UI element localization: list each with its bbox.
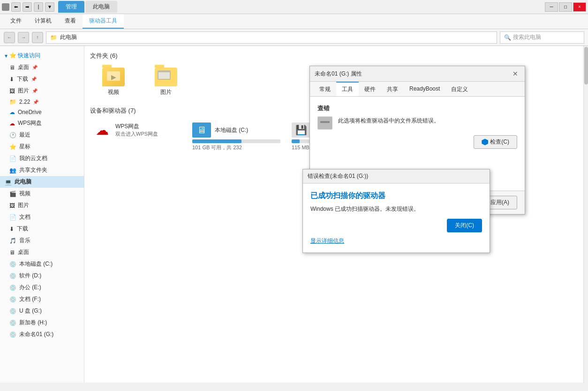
device-item-wps[interactable]: ☁ WPS网盘 双击进入WPS网盘 [90, 120, 184, 154]
sidebar-item-recent[interactable]: 🕐 最近 [0, 129, 84, 141]
shield-icon [482, 139, 488, 146]
props-tabs: 常规 工具 硬件 共享 ReadyBoost 自定义 [310, 82, 525, 97]
device-c-capacity: 101 GB 可用，共 232 [192, 144, 280, 151]
up-btn[interactable]: ↑ [32, 32, 43, 43]
minimize-btn[interactable]: ─ [545, 2, 558, 12]
check-btn-container: 检查(C) [317, 135, 517, 149]
folder-icon-222: 📁 [9, 99, 16, 105]
sidebar-item-starred[interactable]: ⭐ 星标 [0, 141, 84, 153]
ribbon-tab-computer[interactable]: 计算机 [28, 14, 58, 29]
sidebar-item-desktop[interactable]: 🖥 桌面 📌 [0, 61, 84, 73]
props-dialog-close[interactable]: ✕ [511, 69, 520, 78]
props-tab-readyboost[interactable]: ReadyBoost [404, 82, 445, 96]
sidebar-quick-access[interactable]: ▾ ⭐ 快速访问 [0, 50, 84, 61]
device-c-name: 本地磁盘 (C:) [215, 126, 248, 134]
ribbon-tab-view[interactable]: 查看 [58, 14, 83, 29]
device-item-c[interactable]: 🖥 本地磁盘 (C:) 101 GB 可用，共 232 [189, 120, 283, 154]
folder-item-image[interactable]: 图片 [143, 65, 189, 99]
props-tab-general[interactable]: 常规 [314, 82, 336, 96]
error-section: 查错 此选项将检查驱动器中的文件系统错误。 检查(C) [317, 104, 517, 149]
sidebar-item-shared[interactable]: 👥 共享文件夹 [0, 164, 84, 176]
ribbon-tab-file[interactable]: 文件 [4, 14, 28, 29]
scrollbar[interactable] [583, 46, 588, 383]
props-dialog-titlebar[interactable]: 未命名01 (G:) 属性 ✕ [310, 66, 525, 82]
sidebar-item-pics[interactable]: 🖼 图片 [0, 199, 84, 211]
sidebar-item-d[interactable]: 💿 软件 (D:) [0, 270, 84, 282]
address-path[interactable]: 📁 此电脑 [46, 31, 497, 44]
download-icon: ⬇ [9, 76, 14, 83]
g2-drive-icon: 💿 [9, 331, 16, 338]
close-btn[interactable]: × [573, 2, 586, 12]
sidebar-item-h[interactable]: 💿 新加卷 (H:) [0, 317, 84, 329]
pin-icon-4: 📌 [33, 100, 38, 105]
success-title: 已成功扫描你的驱动器 [310, 191, 482, 201]
success-desc: Windows 已成功扫描驱动器。未发现错误。 [310, 205, 482, 213]
folder-icon-video [102, 68, 125, 86]
dl-icon: ⬇ [9, 226, 14, 232]
close-error-btn[interactable]: 关闭(C) [447, 219, 482, 232]
props-tab-hardware[interactable]: 硬件 [359, 82, 381, 96]
device-wps-sub: 双击进入WPS网盘 [115, 130, 158, 138]
pics-icon: 🖼 [9, 202, 15, 209]
sidebar-item-g-label: U 盘 (G:) [19, 307, 42, 315]
sidebar-item-pictures-label: 图片 [18, 87, 29, 95]
cloud-docs-icon: 📄 [9, 155, 16, 162]
sidebar-item-e[interactable]: 💿 办公 (E:) [0, 282, 84, 293]
folder-item-video[interactable]: 视频 [90, 65, 137, 99]
sidebar-item-thispc[interactable]: 💻 此电脑 [0, 176, 84, 188]
sidebar-item-downloads[interactable]: ⬇ 下载 📌 [0, 73, 84, 85]
sidebar-item-onedrive[interactable]: ☁ OneDrive [0, 107, 84, 117]
sidebar-item-222[interactable]: 📁 2.22 📌 [0, 97, 84, 107]
tab-manage[interactable]: 管理 [58, 1, 84, 13]
quick-access-btn-2[interactable]: ➡ [23, 2, 32, 12]
forward-btn[interactable]: → [18, 32, 29, 43]
sidebar-item-pictures[interactable]: 🖼 图片 📌 [0, 85, 84, 97]
ribbon-tab-drive-tools[interactable]: 驱动器工具 [83, 14, 124, 29]
sidebar-item-dl-label: 下载 [17, 225, 28, 233]
h-drive-icon: 💿 [9, 320, 16, 326]
check-button[interactable]: 检查(C) [474, 135, 517, 149]
props-dialog-title: 未命名01 (G:) 属性 [315, 70, 362, 78]
quick-access-btn-3[interactable]: | [34, 2, 43, 12]
sidebar-item-g[interactable]: 💿 U 盘 (G:) [0, 305, 84, 317]
error-check-title: 错误检查(未命名01 (G:)) [308, 172, 368, 180]
search-box[interactable]: 🔍 搜索此电脑 [500, 31, 584, 44]
docs-icon: 📄 [9, 214, 16, 221]
sidebar-item-docs[interactable]: 📄 文档 [0, 211, 84, 223]
search-icon: 🔍 [504, 34, 511, 41]
quick-access-btn-4[interactable]: ▼ [45, 2, 54, 12]
back-btn[interactable]: ← [4, 32, 15, 43]
sidebar-item-222-label: 2.22 [19, 99, 30, 105]
sidebar-item-recent-label: 最近 [19, 131, 30, 139]
tab-thispc[interactable]: 此电脑 [85, 1, 117, 13]
app-icon [2, 3, 9, 11]
error-desc: 此选项将检查驱动器中的文件系统错误。 [317, 116, 517, 130]
props-tab-tools[interactable]: 工具 [336, 82, 359, 96]
sidebar-item-music-label: 音乐 [19, 237, 30, 245]
props-tab-share[interactable]: 共享 [381, 82, 404, 96]
sidebar-item-f[interactable]: 💿 文档 (F:) [0, 293, 84, 305]
sidebar-item-music[interactable]: 🎵 音乐 [0, 235, 84, 246]
sidebar-item-g2-label: 未命名01 (G:) [19, 330, 53, 338]
sidebar-item-cloud-docs[interactable]: 📄 我的云文档 [0, 153, 84, 164]
sidebar-item-desk[interactable]: 🖥 桌面 [0, 246, 84, 258]
ribbon: 文件 计算机 查看 驱动器工具 [0, 14, 588, 29]
device-c-progress [192, 139, 241, 143]
sidebar-item-dl[interactable]: ⬇ 下载 [0, 223, 84, 235]
error-section-title: 查错 [317, 104, 517, 113]
sidebar-item-wps[interactable]: ☁ WPS网盘 [0, 117, 84, 129]
pictures-icon: 🖼 [9, 88, 15, 94]
sidebar-item-videos[interactable]: 🎬 视频 [0, 188, 84, 199]
quick-access-btn-1[interactable]: ⬅ [11, 2, 21, 12]
props-tab-custom[interactable]: 自定义 [445, 82, 474, 96]
sidebar-item-c[interactable]: 💿 本地磁盘 (C:) [0, 258, 84, 270]
pin-icon-3: 📌 [32, 88, 38, 93]
error-check-title-bar[interactable]: 错误检查(未命名01 (G:)) [303, 169, 490, 184]
breadcrumb-folder-icon: 📁 [50, 34, 57, 41]
scrollbar-thumb[interactable] [584, 47, 588, 84]
wps-cloud-icon: ☁ [9, 120, 15, 127]
onedrive-icon: ☁ [9, 109, 15, 115]
sidebar-item-g2[interactable]: 💿 未命名01 (G:) [0, 329, 84, 340]
maximize-btn[interactable]: □ [559, 2, 572, 12]
detail-link[interactable]: 显示详细信息 [310, 237, 482, 245]
